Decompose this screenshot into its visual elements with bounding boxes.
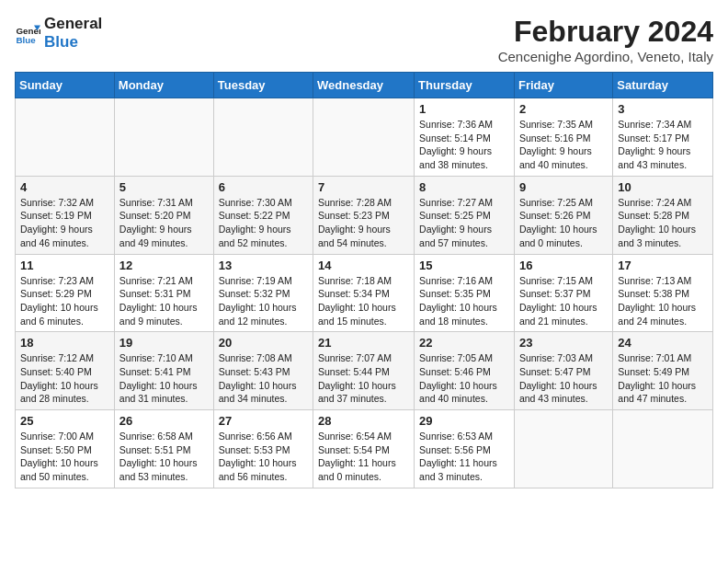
day-number: 26 [119,414,209,428]
day-number: 9 [519,180,608,194]
week-row-0: 1Sunrise: 7:36 AM Sunset: 5:14 PM Daylig… [16,98,713,177]
day-number: 7 [318,180,409,194]
logo-icon: General Blue [15,20,40,46]
calendar-cell: 29Sunrise: 6:53 AM Sunset: 5:56 PM Dayli… [415,410,515,488]
day-info: Sunrise: 7:27 AM Sunset: 5:25 PM Dayligh… [419,196,509,250]
week-row-3: 18Sunrise: 7:12 AM Sunset: 5:40 PM Dayli… [16,332,713,410]
calendar-cell: 6Sunrise: 7:30 AM Sunset: 5:22 PM Daylig… [213,176,313,254]
week-row-1: 4Sunrise: 7:32 AM Sunset: 5:19 PM Daylig… [16,176,713,254]
day-info: Sunrise: 7:00 AM Sunset: 5:50 PM Dayligh… [20,430,109,484]
day-info: Sunrise: 7:18 AM Sunset: 5:34 PM Dayligh… [318,274,409,328]
day-number: 11 [20,259,109,272]
calendar-cell: 20Sunrise: 7:08 AM Sunset: 5:43 PM Dayli… [213,332,313,410]
logo: General Blue General Blue [15,15,102,52]
calendar-cell: 9Sunrise: 7:25 AM Sunset: 5:26 PM Daylig… [514,176,612,254]
day-info: Sunrise: 7:34 AM Sunset: 5:17 PM Dayligh… [618,118,708,172]
day-number: 24 [618,336,708,350]
day-info: Sunrise: 7:31 AM Sunset: 5:20 PM Dayligh… [119,196,209,250]
day-number: 28 [318,414,409,428]
day-info: Sunrise: 7:19 AM Sunset: 5:32 PM Dayligh… [219,274,308,328]
day-info: Sunrise: 7:12 AM Sunset: 5:40 PM Dayligh… [20,351,109,406]
calendar-cell: 26Sunrise: 6:58 AM Sunset: 5:51 PM Dayli… [114,410,213,488]
calendar-cell: 24Sunrise: 7:01 AM Sunset: 5:49 PM Dayli… [613,332,713,410]
calendar-cell: 5Sunrise: 7:31 AM Sunset: 5:20 PM Daylig… [114,176,213,254]
day-info: Sunrise: 7:28 AM Sunset: 5:23 PM Dayligh… [318,196,409,250]
day-number: 20 [219,336,308,350]
calendar-cell: 14Sunrise: 7:18 AM Sunset: 5:34 PM Dayli… [313,254,415,332]
weekday-header-tuesday: Tuesday [213,73,313,98]
day-number: 4 [20,180,109,194]
day-number: 22 [419,336,509,350]
day-number: 21 [318,336,409,350]
weekday-header-monday: Monday [114,73,213,98]
day-number: 10 [618,180,708,194]
day-number: 27 [219,414,308,428]
calendar-cell: 8Sunrise: 7:27 AM Sunset: 5:25 PM Daylig… [415,176,515,254]
day-number: 8 [419,180,509,194]
day-number: 2 [519,102,608,116]
month-title: February 2024 [498,15,713,49]
weekday-header-wednesday: Wednesday [313,73,415,98]
day-info: Sunrise: 7:05 AM Sunset: 5:46 PM Dayligh… [419,351,509,406]
day-number: 15 [419,259,509,272]
day-info: Sunrise: 6:54 AM Sunset: 5:54 PM Dayligh… [318,430,409,484]
day-info: Sunrise: 7:35 AM Sunset: 5:16 PM Dayligh… [519,118,608,172]
day-number: 18 [20,336,109,350]
weekday-header-friday: Friday [514,73,612,98]
calendar-cell: 28Sunrise: 6:54 AM Sunset: 5:54 PM Dayli… [313,410,415,488]
day-number: 17 [618,259,708,272]
calendar-cell: 4Sunrise: 7:32 AM Sunset: 5:19 PM Daylig… [16,176,115,254]
weekday-header-sunday: Sunday [16,73,115,98]
day-number: 13 [219,259,308,272]
day-info: Sunrise: 7:24 AM Sunset: 5:28 PM Dayligh… [618,196,708,250]
calendar-cell: 23Sunrise: 7:03 AM Sunset: 5:47 PM Dayli… [514,332,612,410]
calendar-cell [313,98,415,177]
day-info: Sunrise: 7:03 AM Sunset: 5:47 PM Dayligh… [519,351,608,406]
day-info: Sunrise: 7:32 AM Sunset: 5:19 PM Dayligh… [20,196,109,250]
calendar-cell: 3Sunrise: 7:34 AM Sunset: 5:17 PM Daylig… [613,98,713,177]
day-number: 14 [318,259,409,272]
day-info: Sunrise: 7:25 AM Sunset: 5:26 PM Dayligh… [519,196,608,250]
week-row-4: 25Sunrise: 7:00 AM Sunset: 5:50 PM Dayli… [16,410,713,488]
calendar-cell: 1Sunrise: 7:36 AM Sunset: 5:14 PM Daylig… [415,98,515,177]
day-number: 12 [119,259,209,272]
day-info: Sunrise: 6:56 AM Sunset: 5:53 PM Dayligh… [219,430,308,484]
day-number: 25 [20,414,109,428]
calendar-cell: 16Sunrise: 7:15 AM Sunset: 5:37 PM Dayli… [514,254,612,332]
calendar-cell [613,410,713,488]
calendar-cell [16,98,115,177]
calendar-cell: 7Sunrise: 7:28 AM Sunset: 5:23 PM Daylig… [313,176,415,254]
calendar-cell: 10Sunrise: 7:24 AM Sunset: 5:28 PM Dayli… [613,176,713,254]
header: General Blue General Blue February 2024 … [15,15,713,64]
calendar-cell: 18Sunrise: 7:12 AM Sunset: 5:40 PM Dayli… [16,332,115,410]
calendar-cell: 21Sunrise: 7:07 AM Sunset: 5:44 PM Dayli… [313,332,415,410]
weekday-header-saturday: Saturday [613,73,713,98]
day-number: 23 [519,336,608,350]
calendar-cell: 11Sunrise: 7:23 AM Sunset: 5:29 PM Dayli… [16,254,115,332]
weekday-header-row: SundayMondayTuesdayWednesdayThursdayFrid… [16,73,713,98]
week-row-2: 11Sunrise: 7:23 AM Sunset: 5:29 PM Dayli… [16,254,713,332]
day-info: Sunrise: 7:10 AM Sunset: 5:41 PM Dayligh… [119,351,209,406]
calendar-cell: 17Sunrise: 7:13 AM Sunset: 5:38 PM Dayli… [613,254,713,332]
svg-text:Blue: Blue [16,36,36,46]
calendar-cell: 13Sunrise: 7:19 AM Sunset: 5:32 PM Dayli… [213,254,313,332]
calendar-cell: 15Sunrise: 7:16 AM Sunset: 5:35 PM Dayli… [415,254,515,332]
day-info: Sunrise: 7:13 AM Sunset: 5:38 PM Dayligh… [618,274,708,328]
day-number: 5 [119,180,209,194]
day-info: Sunrise: 7:36 AM Sunset: 5:14 PM Dayligh… [419,118,509,172]
day-info: Sunrise: 6:58 AM Sunset: 5:51 PM Dayligh… [119,430,209,484]
calendar-table: SundayMondayTuesdayWednesdayThursdayFrid… [15,72,713,488]
day-info: Sunrise: 6:53 AM Sunset: 5:56 PM Dayligh… [419,430,509,484]
day-info: Sunrise: 7:23 AM Sunset: 5:29 PM Dayligh… [20,274,109,328]
calendar-cell [213,98,313,177]
day-info: Sunrise: 7:15 AM Sunset: 5:37 PM Dayligh… [519,274,608,328]
day-info: Sunrise: 7:30 AM Sunset: 5:22 PM Dayligh… [219,196,308,250]
day-info: Sunrise: 7:16 AM Sunset: 5:35 PM Dayligh… [419,274,509,328]
day-info: Sunrise: 7:01 AM Sunset: 5:49 PM Dayligh… [618,351,708,406]
logo-text-blue: Blue [44,33,102,52]
day-number: 19 [119,336,209,350]
calendar-cell: 25Sunrise: 7:00 AM Sunset: 5:50 PM Dayli… [16,410,115,488]
calendar-cell: 22Sunrise: 7:05 AM Sunset: 5:46 PM Dayli… [415,332,515,410]
day-info: Sunrise: 7:08 AM Sunset: 5:43 PM Dayligh… [219,351,308,406]
day-number: 29 [419,414,509,428]
